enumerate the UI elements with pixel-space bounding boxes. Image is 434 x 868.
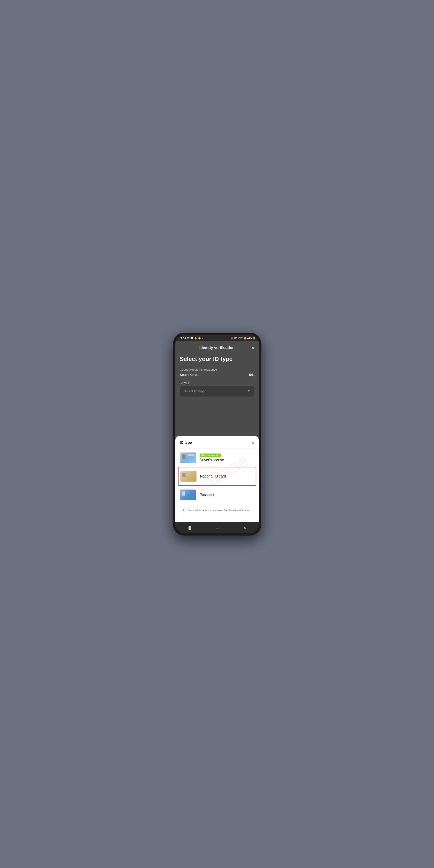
modal-title: Identity verification xyxy=(200,346,235,350)
phone-screen: KT 10:39 💬 ✋ ⏰ • 🔇 HD LTE⁺ 📶 44% 🔋 Ident… xyxy=(175,335,259,533)
national-id-item[interactable]: National ID card xyxy=(178,467,256,486)
national-id-label: National ID card xyxy=(200,474,226,478)
sheet-title: ID type xyxy=(180,441,192,445)
sheet-close-button[interactable]: × xyxy=(252,440,254,445)
id-type-dropdown[interactable]: Select ID type ▼ xyxy=(180,386,254,396)
screen-content: Identity verification × Select your ID t… xyxy=(175,341,259,522)
id-type-section: ID type Select ID type ▼ xyxy=(180,381,254,396)
passport-content: Passport xyxy=(200,493,214,497)
status-left: KT 10:39 💬 ✋ ⏰ • xyxy=(179,337,203,340)
carrier-text: KT xyxy=(179,337,182,339)
nav-bar: ||| ○ < xyxy=(175,522,259,533)
modal-header: Identity verification × xyxy=(180,346,254,350)
drivers-license-content: Recommended Driver's license xyxy=(200,454,224,462)
id-type-bottom-sheet: ID type × Recommended Driver's license xyxy=(175,436,259,522)
national-id-thumbnail xyxy=(180,471,197,482)
phone-device: KT 10:39 💬 ✋ ⏰ • 🔇 HD LTE⁺ 📶 44% 🔋 Ident… xyxy=(173,333,261,535)
privacy-text: Your information is only used for identi… xyxy=(189,509,251,512)
sound-icon: 🔇 xyxy=(231,337,233,339)
notification-icons: 💬 ✋ ⏰ • xyxy=(190,337,203,340)
recent-apps-button[interactable]: ||| xyxy=(183,524,196,531)
passport-label: Passport xyxy=(200,493,214,497)
edit-link[interactable]: Edit xyxy=(249,373,254,376)
time-text: 10:39 xyxy=(183,337,189,339)
passport-thumbnail xyxy=(180,490,196,500)
national-id-content: National ID card xyxy=(200,474,226,478)
network-icon: HD LTE⁺ xyxy=(234,337,243,339)
home-button[interactable]: ○ xyxy=(211,524,223,531)
identity-modal: Identity verification × Select your ID t… xyxy=(175,341,259,436)
country-label: Country/Region of residence xyxy=(180,368,254,371)
select-id-title: Select your ID type xyxy=(180,355,254,363)
recommended-badge: Recommended xyxy=(200,454,221,457)
id-type-label: ID type xyxy=(180,381,254,384)
battery-icon: 🔋 xyxy=(253,337,255,339)
sheet-header: ID type × xyxy=(175,440,259,449)
passport-item[interactable]: Passport xyxy=(175,486,259,504)
country-section: Country/Region of residence South Korea … xyxy=(180,368,254,376)
country-value: South Korea xyxy=(180,373,199,376)
status-bar: KT 10:39 💬 ✋ ⏰ • 🔇 HD LTE⁺ 📶 44% 🔋 xyxy=(175,335,259,341)
dropdown-arrow-icon: ▼ xyxy=(247,389,251,393)
modal-close-button[interactable]: × xyxy=(252,346,254,350)
shield-icon: 🛡 xyxy=(183,508,187,513)
privacy-notice: 🛡 Your information is only used for iden… xyxy=(175,504,259,513)
drivers-license-item[interactable]: Recommended Driver's license xyxy=(175,449,259,467)
dropdown-placeholder: Select ID type xyxy=(184,389,205,393)
drivers-license-label: Driver's license xyxy=(200,458,224,462)
battery-text: 44% xyxy=(247,337,252,339)
country-row: South Korea Edit xyxy=(180,373,254,376)
drivers-license-thumbnail xyxy=(180,453,196,463)
back-button[interactable]: < xyxy=(239,524,251,531)
status-right: 🔇 HD LTE⁺ 📶 44% 🔋 xyxy=(231,337,255,339)
signal-icon: 📶 xyxy=(244,337,246,339)
